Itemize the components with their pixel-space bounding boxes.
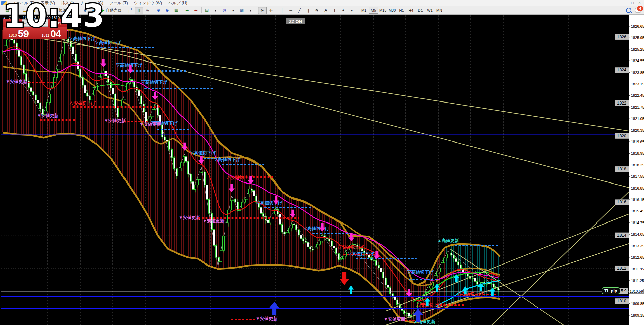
new-high-label[interactable]: ▲高値更新: [437, 238, 459, 243]
new-low-label[interactable]: ▼安値更新: [37, 113, 59, 118]
chart-shift-button[interactable]: ⇤: [192, 7, 200, 14]
bar-chart-mode-button[interactable]: ╷╵: [126, 7, 135, 14]
menu-item[interactable]: 挿入 (I): [58, 0, 77, 6]
lower-high-label[interactable]: ▽高値切下げ: [69, 36, 95, 41]
metaeditor-button[interactable]: ◆: [72, 7, 81, 14]
label-tool-button[interactable]: T: [330, 7, 339, 14]
tile-windows-button[interactable]: ▦: [172, 7, 181, 14]
candlestick: [263, 213, 264, 216]
timeframe-d1[interactable]: D1: [416, 7, 425, 14]
search-icon[interactable]: [626, 8, 631, 13]
candlestick: [225, 223, 227, 236]
axis-tick-label: 1814.75: [631, 221, 644, 225]
timeframe-h1[interactable]: H1: [397, 7, 406, 14]
crosshair-tool-icon: ✛: [269, 8, 273, 13]
new-chart-button[interactable]: ▤: [3, 7, 12, 14]
new-low-label[interactable]: ▼安値更新: [256, 316, 278, 321]
higher-low-label[interactable]: △安値切上げ: [457, 292, 484, 297]
new-low-label[interactable]: ▼安値更新: [139, 122, 161, 127]
horizontal-line-tool-button[interactable]: ─: [287, 7, 295, 14]
higher-low-label[interactable]: △安値切上げ: [227, 175, 253, 180]
menu-item[interactable]: ファイル (F): [9, 0, 38, 6]
candlestick-mode-button[interactable]: ▯: [135, 7, 143, 14]
new-low-label[interactable]: ▼安値更新: [104, 118, 126, 123]
chart-canvas[interactable]: ▽高値切下げ▽高値切下げ▽高値切下げ▽高値切下げ▽高値切下げ▽高値切下げ▽高値切…: [0, 15, 644, 325]
zoom-out-button[interactable]: ⊖: [163, 7, 172, 14]
cursor-tool-button[interactable]: ➤: [258, 7, 267, 14]
lower-high-label[interactable]: ▽高値切下げ: [256, 200, 283, 205]
lot-decrease-button[interactable]: ▼: [22, 20, 28, 26]
candlestick: [35, 95, 37, 100]
lower-high-label[interactable]: ▽高値切下げ: [214, 157, 240, 162]
timeframe-w1[interactable]: W1: [425, 7, 435, 14]
axis-tick-label: 1817.55: [631, 174, 644, 178]
indicators-add-button[interactable]: ▤: [203, 7, 211, 14]
channel-tool-button[interactable]: ∥: [304, 7, 313, 14]
candlestick: [242, 202, 243, 208]
periods-button[interactable]: ◷: [220, 7, 229, 14]
axis-tick-label: 1815.45: [631, 209, 644, 213]
lower-high-label[interactable]: ▽高値切下げ: [95, 40, 121, 45]
zoom-in-button[interactable]: ⊕: [154, 7, 163, 14]
periods-dropdown-button[interactable]: ▾: [229, 7, 238, 14]
timeframe-m5[interactable]: M5: [369, 7, 378, 14]
market-watch-button[interactable]: ▦: [29, 7, 38, 14]
timeframe-mn[interactable]: MN: [435, 7, 444, 14]
lot-size-input[interactable]: [28, 20, 42, 26]
templates-button[interactable]: ▩: [238, 7, 246, 14]
candlestick: [336, 248, 337, 254]
data-window-button[interactable]: ▥: [38, 7, 47, 14]
close-button[interactable]: ×: [638, 1, 641, 5]
bar-chart-mode-icon: ╷╵: [128, 8, 132, 13]
timeframe-m15[interactable]: M15: [378, 7, 388, 14]
buy-price-button[interactable]: 1811 04: [35, 27, 67, 39]
menu-item[interactable]: ウィンドウ (W): [131, 0, 165, 6]
lower-high-label[interactable]: ▽高値切下げ: [190, 150, 216, 155]
auto-trading-button[interactable]: ▶自動売買: [100, 7, 122, 14]
menu-item[interactable]: 表示 (V): [38, 0, 58, 6]
crosshair-tool-button[interactable]: ✛: [267, 7, 276, 14]
candlestick: [474, 278, 476, 282]
lower-high-label[interactable]: ▽高値切下げ: [407, 270, 434, 275]
menu-item[interactable]: チャート (C): [77, 0, 106, 6]
chat-icon[interactable]: 4: [635, 8, 641, 13]
text-tool-button[interactable]: A: [321, 7, 330, 14]
timeframe-m30[interactable]: M30: [388, 7, 397, 14]
higher-low-label[interactable]: △安値切上げ: [69, 101, 96, 106]
minimize-button[interactable]: −: [624, 1, 627, 5]
lower-high-label[interactable]: ▽高値切下げ: [141, 80, 167, 85]
profiles-button[interactable]: ⬓: [20, 7, 29, 14]
higher-low-label[interactable]: △安値切上げ: [416, 302, 443, 308]
shapes-tool-button[interactable]: ✦: [339, 7, 348, 14]
trendline-tool-button[interactable]: ╱: [295, 7, 304, 14]
sell-button[interactable]: SELL: [3, 19, 22, 27]
line-chart-mode-button[interactable]: ∿: [143, 7, 152, 14]
menu-item[interactable]: ヘルプ (H): [165, 0, 190, 6]
lot-increase-button[interactable]: ▲: [42, 20, 48, 26]
menu-item[interactable]: ツール (T): [106, 0, 131, 6]
community-button[interactable]: ☻: [81, 7, 89, 14]
templates-dropdown-button[interactable]: ▾: [246, 7, 255, 14]
restore-button[interactable]: □: [631, 1, 634, 5]
shapes-dropdown-button[interactable]: ▾: [348, 7, 356, 14]
buy-button[interactable]: BUY: [48, 19, 67, 27]
new-low-label[interactable]: ▼安値更新: [384, 317, 405, 322]
timeframe-m1[interactable]: M1: [359, 7, 369, 14]
auto-scroll-button[interactable]: ⇥: [183, 7, 192, 14]
indicators-dropdown-button[interactable]: ▾: [211, 7, 220, 14]
new-order-button[interactable]: ▤新規注文: [49, 7, 72, 14]
signals-button[interactable]: ◉: [89, 7, 98, 14]
toolbar-separator: [99, 7, 99, 13]
higher-low-label[interactable]: △安値切上げ: [337, 245, 364, 250]
new-low-label[interactable]: ▼安値更新: [6, 79, 28, 84]
new-low-label[interactable]: ▼安値更新: [203, 218, 225, 224]
new-low-label[interactable]: ▼安値更新: [179, 215, 200, 220]
vertical-line-tool-button[interactable]: │: [278, 7, 287, 14]
new-chart-dropdown-button[interactable]: ▾: [12, 7, 20, 14]
axis-tick-label: 1813.35: [631, 244, 644, 248]
fibonacci-tool-button[interactable]: ≋: [313, 7, 321, 14]
candlestick: [408, 313, 410, 316]
timeframe-h4[interactable]: H4: [406, 7, 416, 14]
sell-price-button[interactable]: 1810 59: [3, 27, 35, 39]
lower-high-label[interactable]: ▽高値切下げ: [303, 226, 330, 231]
